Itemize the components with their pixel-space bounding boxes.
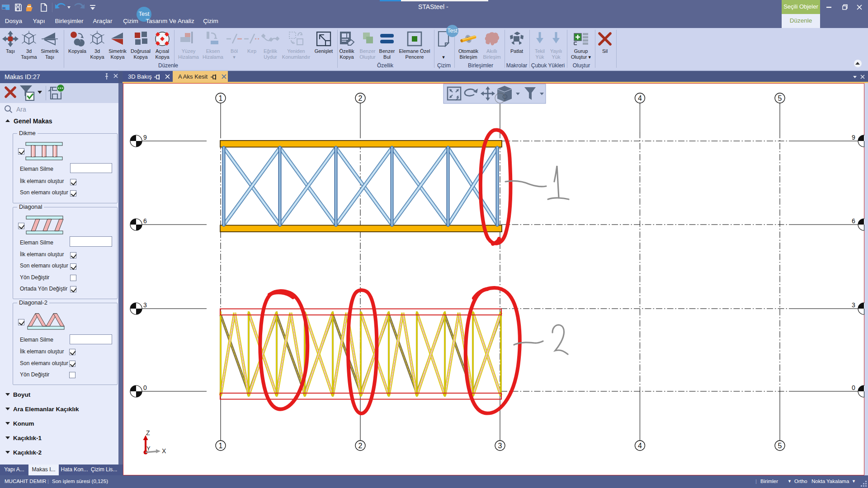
svg-text:2: 2 xyxy=(359,442,363,450)
svg-text:6: 6 xyxy=(852,217,855,225)
svg-text:1: 1 xyxy=(219,94,223,102)
svg-text:6: 6 xyxy=(143,217,147,225)
svg-text:5: 5 xyxy=(778,442,782,450)
svg-text:1: 1 xyxy=(219,442,223,450)
svg-text:9: 9 xyxy=(143,134,147,141)
svg-text:9: 9 xyxy=(852,134,855,141)
svg-text:X: X xyxy=(162,447,166,455)
svg-text:0: 0 xyxy=(852,384,855,391)
svg-text:3: 3 xyxy=(143,301,147,309)
svg-text:3: 3 xyxy=(852,301,855,309)
svg-text:2: 2 xyxy=(359,94,363,102)
svg-text:4: 4 xyxy=(638,442,642,450)
svg-text:Y: Y xyxy=(146,445,151,452)
svg-text:0: 0 xyxy=(143,384,147,391)
svg-text:Z: Z xyxy=(146,429,150,436)
svg-text:3: 3 xyxy=(498,442,502,450)
svg-text:4: 4 xyxy=(638,94,642,102)
svg-text:5: 5 xyxy=(778,94,782,102)
